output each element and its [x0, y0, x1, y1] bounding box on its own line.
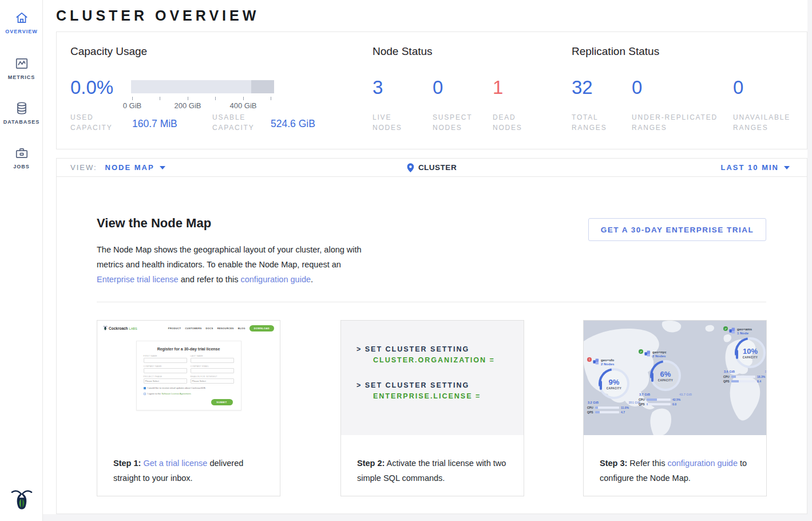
capacity-gauge: 10% CAPACITY: [735, 337, 766, 368]
used-capacity-value: 160.7 MiB: [132, 118, 177, 130]
replication-status-title: Replication Status: [572, 45, 659, 58]
axis-tick: [188, 97, 188, 100]
unavailable-ranges-count: 0: [733, 77, 743, 98]
sidebar-item-label: JOBS: [13, 164, 30, 169]
step2-card: > SET CLUSTER SETTING CLUSTER.ORGANIZATI…: [340, 320, 524, 496]
suspect-nodes-count: 0: [433, 77, 443, 98]
dead-nodes-label: DEAD NODES: [493, 112, 522, 133]
sidebar-item-label: OVERVIEW: [5, 29, 37, 34]
unavailable-ranges-label: UNAVAILABLE RANGES: [733, 112, 790, 133]
under-replicated-count: 0: [632, 77, 642, 98]
live-nodes-count: 3: [373, 77, 383, 98]
step2-caption: Step 2: Activate the trial license with …: [341, 435, 524, 486]
axis-tick-label: 200 GiB: [175, 101, 201, 110]
cockroach-labs-logo: Cockroach LABS: [103, 325, 137, 331]
view-label: VIEW:: [70, 163, 97, 172]
used-capacity-label: USED CAPACITY: [70, 112, 113, 133]
total-ranges-label: TOTAL RANGES: [572, 112, 607, 133]
under-replicated-label: UNDER-REPLICATED RANGES: [632, 112, 718, 133]
configuration-guide-link[interactable]: configuration guide: [240, 275, 311, 284]
description-text: The Node Map shows the geographical layo…: [97, 245, 362, 269]
step3-caption: Step 3: Refer this configuration guide t…: [584, 435, 766, 486]
chevron-down-icon: [784, 166, 790, 169]
sidebar-item-label: DATABASES: [3, 119, 40, 125]
total-ranges-count: 32: [572, 77, 593, 98]
suspect-nodes-label: SUSPECT NODES: [433, 112, 472, 133]
map-node-sfo: ! geo=sfo 2 Nodes 9% CAPACITY 3.2 GiB351…: [587, 358, 641, 414]
trial-license-form-thumbnail: Register for a 30-day trial license FIRS…: [136, 341, 241, 411]
databases-icon: [14, 100, 29, 116]
site-nav-item: PRODUCT: [168, 327, 181, 330]
dead-nodes-count: 1: [493, 77, 503, 98]
sql-code-snippet: > SET CLUSTER SETTING CLUSTER.ORGANIZATI…: [341, 321, 524, 435]
axis-tick: [132, 97, 133, 100]
axis-tick: [215, 97, 216, 100]
capacity-bar-dark-segment: [251, 80, 274, 93]
content-area: CLUSTER OVERVIEW Capacity Usage 0.0% 0 G…: [43, 0, 807, 514]
capacity-usage-title: Capacity Usage: [70, 45, 147, 58]
configuration-guide-link[interactable]: configuration guide: [667, 459, 738, 468]
node-status-title: Node Status: [373, 45, 433, 58]
live-node-badge-icon: ✓: [723, 326, 728, 331]
breadcrumb-cluster: CLUSTER: [407, 163, 457, 172]
axis-tick: [160, 97, 160, 100]
sidebar-item-jobs[interactable]: JOBS: [0, 144, 43, 169]
node-cubes-icon: [644, 350, 651, 357]
axis-tick-label: 400 GiB: [230, 101, 257, 110]
step1-website-thumbnail: Cockroach LABS PRODUCT CUSTOMERS DOCS RE…: [97, 321, 280, 435]
step1-card: Cockroach LABS PRODUCT CUSTOMERS DOCS RE…: [97, 320, 280, 496]
metrics-icon: [14, 55, 29, 71]
sidebar-item-label: METRICS: [8, 74, 35, 80]
axis-tick: [243, 97, 244, 100]
capacity-bar-chart: [131, 80, 274, 93]
usable-capacity-value: 524.6 GiB: [271, 118, 315, 130]
panel-heading: View the Node Map: [97, 216, 211, 231]
panel-description: The Node Map shows the geographical layo…: [97, 242, 366, 287]
sidebar: OVERVIEW METRICS DATABASES JOBS: [0, 0, 43, 521]
map-node-nyc: ✓ geo=nyc 2 Nodes 6% CAPACITY 3.7 GiB43.…: [639, 350, 692, 406]
page-title: CLUSTER OVERVIEW: [56, 7, 807, 24]
enterprise-trial-license-link[interactable]: Enterprise trial license: [97, 275, 179, 284]
site-nav-item: BLOG: [238, 327, 245, 330]
map-pin-icon: [407, 163, 414, 172]
view-selector-dropdown[interactable]: NODE MAP: [105, 163, 165, 172]
step1-caption: Step 1: Get a trial license delivered st…: [97, 435, 280, 486]
get-trial-license-link[interactable]: Get a trial license: [143, 459, 207, 468]
chevron-down-icon: [160, 166, 165, 169]
cluster-summary-card: Capacity Usage 0.0% 0 GiB 200 GiB 400 Gi…: [56, 31, 807, 149]
usable-capacity-label: USABLE CAPACITY: [212, 112, 255, 133]
dead-node-badge-icon: !: [587, 357, 592, 362]
node-map-thumbnail: ! geo=sfo 2 Nodes 9% CAPACITY 3.2 GiB351…: [584, 321, 766, 435]
site-nav-item: RESOURCES: [217, 327, 234, 330]
description-text: and refer to this: [179, 275, 241, 284]
capacity-used-percent: 0.0%: [70, 77, 113, 98]
capacity-gauge: 9% CAPACITY: [599, 368, 629, 399]
description-text: .: [311, 275, 313, 284]
site-nav-item: DOCS: [206, 327, 213, 330]
axis-tick: [271, 97, 271, 100]
capacity-gauge: 6% CAPACITY: [650, 360, 681, 391]
sidebar-item-metrics[interactable]: METRICS: [0, 55, 43, 80]
jobs-icon: [14, 144, 29, 160]
enterprise-trial-button[interactable]: GET A 30-DAY ENTERPRISE TRIAL: [588, 218, 766, 241]
home-icon: [14, 9, 29, 25]
cockroach-logo[interactable]: [0, 488, 43, 514]
site-nav-item: CUSTOMERS: [185, 327, 201, 330]
node-cubes-icon: [593, 358, 599, 365]
sidebar-item-databases[interactable]: DATABASES: [0, 100, 43, 125]
sidebar-item-overview[interactable]: OVERVIEW: [0, 9, 43, 34]
axis-tick-label: 0 GiB: [123, 101, 142, 110]
cluster-breadcrumb-label: CLUSTER: [418, 163, 457, 172]
map-node-ams: ✓ geo=ams 1 Node 10% CAPACITY 3.6 GiB364…: [723, 327, 766, 383]
step3-card: ! geo=sfo 2 Nodes 9% CAPACITY 3.2 GiB351…: [583, 320, 767, 496]
view-bar: VIEW: NODE MAP CLUSTER LAST 10 MIN: [56, 158, 807, 177]
node-cubes-icon: [729, 327, 735, 334]
live-nodes-label: LIVE NODES: [373, 112, 402, 133]
node-map-panel: View the Node Map The Node Map shows the…: [56, 177, 807, 514]
time-range-dropdown[interactable]: LAST 10 MIN: [721, 163, 790, 172]
live-node-badge-icon: ✓: [639, 349, 643, 354]
site-download-button: DOWNLOAD: [249, 325, 274, 331]
section-divider: [97, 302, 766, 302]
